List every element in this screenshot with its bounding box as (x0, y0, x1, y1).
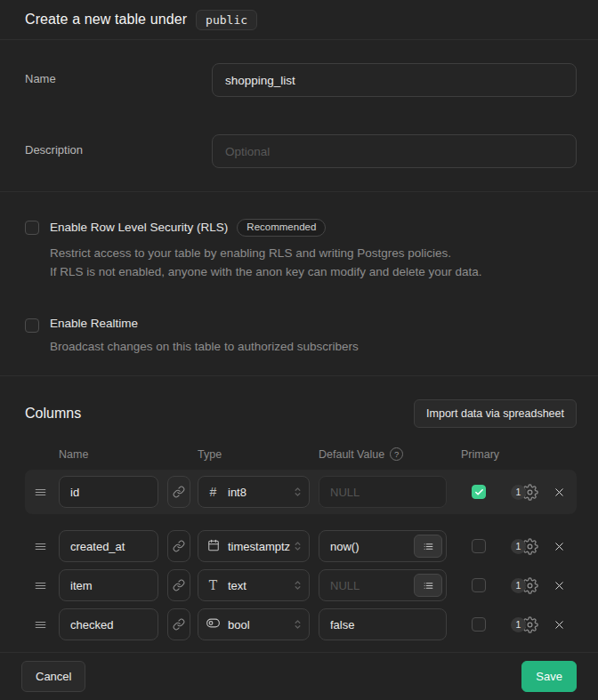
column-row-checked: bool 1 (25, 608, 577, 640)
drag-handle-icon[interactable] (34, 579, 50, 592)
hash-icon: # (206, 485, 220, 499)
remove-column-icon[interactable] (551, 484, 568, 501)
settings-count-badge: 1 (511, 617, 526, 632)
column-name-input[interactable] (59, 476, 158, 508)
settings-count-badge: 1 (511, 578, 526, 593)
settings-count-badge: 1 (511, 539, 526, 554)
settings-count-badge: 1 (511, 485, 526, 500)
columns-grid-headers: Name Type Default Value ? Primary (25, 447, 577, 461)
remove-column-icon[interactable] (551, 577, 568, 594)
table-description-input[interactable] (212, 134, 577, 168)
default-value-list-icon[interactable] (414, 574, 442, 597)
header-default-value: Default Value ? (319, 447, 461, 461)
columns-title: Columns (25, 406, 81, 422)
drag-handle-icon[interactable] (34, 618, 50, 632)
primary-checkbox[interactable] (472, 617, 486, 632)
remove-column-icon[interactable] (551, 538, 568, 555)
chevron-updown-icon (292, 619, 303, 631)
save-button[interactable]: Save (521, 661, 577, 692)
chevron-updown-icon (292, 580, 303, 591)
description-label: Description (25, 134, 212, 157)
column-type-select[interactable]: T text (198, 569, 310, 601)
foreign-key-link-icon[interactable] (167, 608, 190, 640)
table-name-input[interactable] (212, 63, 577, 97)
drag-handle-icon[interactable] (34, 486, 50, 499)
help-icon[interactable]: ? (390, 447, 403, 461)
foreign-key-link-icon[interactable] (167, 476, 190, 508)
column-default-input[interactable] (319, 608, 447, 640)
column-row-id: # int8 1 (25, 470, 577, 514)
drag-handle-icon[interactable] (34, 540, 50, 553)
column-row-item: T text 1 (25, 569, 577, 601)
rls-label: Enable Row Level Security (RLS) (50, 221, 228, 234)
header-primary: Primary (461, 448, 568, 461)
realtime-checkbox[interactable] (25, 318, 39, 333)
schema-badge: public (196, 10, 257, 30)
rls-checkbox[interactable] (25, 221, 39, 235)
options-section: Enable Row Level Security (RLS) Recommen… (0, 192, 598, 376)
calendar-icon (206, 539, 220, 554)
recommended-badge: Recommended (237, 219, 326, 237)
header-type: Type (198, 448, 319, 461)
remove-column-icon[interactable] (551, 616, 568, 633)
name-label: Name (25, 63, 212, 85)
column-type-select[interactable]: timestamptz (198, 530, 310, 562)
dialog-header: Create a new table under public (0, 0, 598, 40)
column-name-input[interactable] (59, 608, 158, 640)
cancel-button[interactable]: Cancel (21, 661, 85, 692)
column-type-select[interactable]: # int8 (198, 476, 310, 508)
primary-checkbox[interactable] (472, 485, 486, 499)
rls-option: Enable Row Level Security (RLS) Recommen… (25, 219, 573, 281)
rls-description: Restrict access to your table by enablin… (50, 244, 573, 281)
columns-section: Columns Import data via spreadsheet Name… (0, 376, 598, 652)
header-name: Name (59, 448, 198, 461)
toggle-icon (206, 616, 220, 632)
import-spreadsheet-button[interactable]: Import data via spreadsheet (414, 399, 577, 428)
chevron-updown-icon (292, 541, 303, 552)
dialog-footer: Cancel Save (0, 652, 598, 700)
foreign-key-link-icon[interactable] (167, 569, 190, 601)
foreign-key-link-icon[interactable] (167, 530, 190, 562)
realtime-option: Enable Realtime Broadcast changes on thi… (25, 317, 573, 356)
general-section: Name Description (0, 40, 598, 192)
column-row-created-at: timestamptz 1 (25, 530, 577, 562)
column-default-input (319, 476, 447, 508)
primary-checkbox[interactable] (472, 539, 486, 553)
dialog-title: Create a new table under (25, 12, 187, 28)
create-table-dialog: Create a new table under public Name Des… (0, 0, 598, 700)
column-name-input[interactable] (59, 530, 158, 562)
column-type-select[interactable]: bool (198, 608, 310, 640)
realtime-description: Broadcast changes on this table to autho… (50, 337, 573, 356)
column-name-input[interactable] (59, 569, 158, 601)
chevron-updown-icon (292, 487, 303, 498)
realtime-label: Enable Realtime (50, 317, 138, 330)
primary-checkbox[interactable] (472, 578, 486, 592)
default-value-list-icon[interactable] (414, 535, 442, 558)
text-type-icon: T (206, 578, 220, 592)
